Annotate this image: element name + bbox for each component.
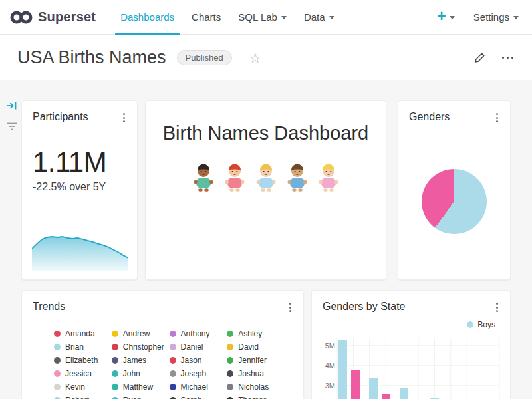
legend-dot xyxy=(112,370,118,377)
superset-logo[interactable]: Superset xyxy=(9,8,96,27)
legend-item-andrew[interactable]: Andrew xyxy=(112,329,166,338)
legend-item-john[interactable]: John xyxy=(112,369,166,378)
legend-label: Matthew xyxy=(123,382,153,392)
legend-item-ashley[interactable]: Ashley xyxy=(227,329,281,338)
legend-item-nicholas[interactable]: Nicholas xyxy=(227,382,281,392)
legend-item-amanda[interactable]: Amanda xyxy=(54,329,108,338)
legend-item-christopher[interactable]: Christopher xyxy=(112,342,166,352)
legend-item-joseph[interactable]: Joseph xyxy=(170,369,223,378)
legend-item-brian[interactable]: Brian xyxy=(54,342,108,352)
new-button[interactable]: + xyxy=(437,11,454,24)
navbar: Superset DashboardsChartsSQL LabData + S… xyxy=(0,0,532,35)
legend-dot xyxy=(227,370,233,377)
card-birth-names-heading: Birth Names Dashboard xyxy=(145,100,386,280)
legend-item-sarah[interactable]: Sarah xyxy=(170,396,223,399)
legend-item-james[interactable]: James xyxy=(112,356,166,365)
dashboard-header: USA Births Names Published ☆ xyxy=(0,35,532,80)
legend-dot xyxy=(170,331,176,337)
nav-item-label: Data xyxy=(304,11,325,23)
card-genders-by-state: Genders by State Boys 5M4M3M xyxy=(311,290,511,399)
kebab-menu-icon[interactable] xyxy=(285,300,295,315)
legend-dot xyxy=(54,344,61,350)
legend-dot xyxy=(467,321,473,328)
legend-dot xyxy=(227,344,233,350)
child-emoji xyxy=(191,160,216,195)
legend-label: Anthony xyxy=(181,329,210,338)
legend-item-david[interactable]: David xyxy=(227,342,281,352)
genders-by-state-bar-chart: 5M4M3M xyxy=(320,333,501,399)
legend-label: Brian xyxy=(65,342,84,352)
published-badge[interactable]: Published xyxy=(177,50,232,65)
nav-item-sql-lab[interactable]: SQL Lab xyxy=(238,0,287,35)
legend-item-daniel[interactable]: Daniel xyxy=(170,342,223,352)
filter-icon[interactable] xyxy=(7,122,17,131)
legend-label: Jennifer xyxy=(238,356,267,365)
legend-label: Jessica xyxy=(65,369,92,378)
legend-label: Robert xyxy=(65,396,89,399)
big-number-subheader: -22.5% over 5Y xyxy=(33,181,137,193)
favorite-star-icon[interactable]: ☆ xyxy=(249,51,261,65)
kebab-menu-icon[interactable] xyxy=(492,110,502,125)
kebab-menu-icon[interactable] xyxy=(492,300,502,315)
legend-label: James xyxy=(123,356,146,365)
legend-dot xyxy=(170,357,176,364)
child-emoji xyxy=(316,160,341,195)
legend-item-jason[interactable]: Jason xyxy=(170,356,223,365)
card-title: Participants xyxy=(33,110,88,124)
legend-item-elizabeth[interactable]: Elizabeth xyxy=(54,356,108,365)
legend-item-michael[interactable]: Michael xyxy=(170,382,223,392)
legend-item-jennifer[interactable]: Jennifer xyxy=(227,356,281,365)
legend-dot xyxy=(54,357,61,364)
legend-item-boys[interactable]: Boys xyxy=(312,320,510,329)
card-title: Trends xyxy=(33,300,65,313)
svg-text:3M: 3M xyxy=(325,382,335,390)
legend-dot xyxy=(112,384,118,390)
svg-text:4M: 4M xyxy=(325,362,335,370)
legend-dot xyxy=(170,370,176,377)
legend-item-thomas[interactable]: Thomas xyxy=(227,396,281,399)
nav-item-data[interactable]: Data xyxy=(304,0,334,35)
legend-dot xyxy=(112,331,118,337)
legend-item-matthew[interactable]: Matthew xyxy=(112,382,166,392)
dashboard-grid: Participants 1.11M -22.5% over 5Y Birth … xyxy=(0,80,532,399)
legend-item-ryan[interactable]: Ryan xyxy=(112,396,166,399)
kebab-menu-icon[interactable] xyxy=(119,110,129,125)
legend-label: Kevin xyxy=(65,382,85,392)
big-number-value: 1.11M xyxy=(33,148,137,177)
main-nav: DashboardsChartsSQL LabData xyxy=(112,0,342,35)
legend-label: Sarah xyxy=(181,396,202,399)
nav-item-label: Charts xyxy=(192,11,221,23)
legend-label: Joseph xyxy=(181,369,207,378)
chevron-down-icon xyxy=(450,16,455,19)
trends-legend: AmandaAndrewAnthonyAshleyBrianChristophe… xyxy=(54,329,281,399)
child-emoji xyxy=(285,160,310,195)
dashboard-title: USA Births Names xyxy=(17,47,166,68)
legend-item-kevin[interactable]: Kevin xyxy=(54,382,108,392)
legend-label: Joshua xyxy=(238,369,264,378)
legend-dot xyxy=(112,344,118,350)
navbar-right: + Settings xyxy=(437,11,519,24)
nav-item-label: Dashboards xyxy=(120,11,174,23)
more-actions-icon[interactable] xyxy=(501,54,515,62)
edit-pencil-icon[interactable] xyxy=(473,51,486,64)
legend-label: Boys xyxy=(477,320,495,329)
legend-label: David xyxy=(238,342,259,352)
card-trends: Trends AmandaAndrewAnthonyAshleyBrianChr… xyxy=(21,290,304,399)
legend-label: Christopher xyxy=(123,342,164,352)
legend-label: Ashley xyxy=(238,329,262,338)
legend-item-anthony[interactable]: Anthony xyxy=(170,329,223,338)
nav-item-dashboards[interactable]: Dashboards xyxy=(120,0,174,35)
legend-item-joshua[interactable]: Joshua xyxy=(227,369,281,378)
svg-text:5M: 5M xyxy=(325,342,335,350)
legend-dot xyxy=(54,370,61,377)
legend-dot xyxy=(112,357,118,364)
infinity-logo-icon xyxy=(9,8,33,27)
card-title: Genders xyxy=(409,110,450,124)
settings-menu[interactable]: Settings xyxy=(473,11,519,23)
filter-rail xyxy=(5,100,19,131)
legend-item-jessica[interactable]: Jessica xyxy=(54,369,108,378)
nav-item-charts[interactable]: Charts xyxy=(192,0,221,35)
card-genders: Genders xyxy=(398,100,511,280)
legend-item-robert[interactable]: Robert xyxy=(54,396,108,399)
expand-filter-bar-icon[interactable] xyxy=(6,100,18,111)
